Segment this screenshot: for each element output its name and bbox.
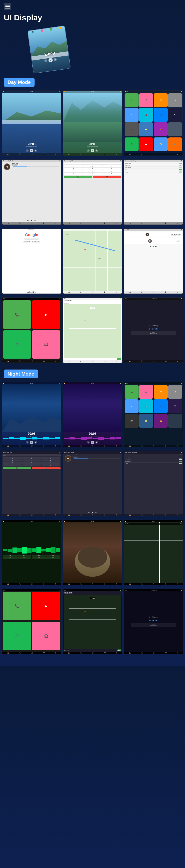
google-lucky-btn[interactable]: I'm Feeling Lucky bbox=[31, 241, 41, 243]
cp-spotify-icon[interactable]: 🎵 bbox=[3, 330, 31, 359]
night-phone-icon[interactable]: 📞 bbox=[125, 385, 138, 399]
social-track-2[interactable]: 华发_烟火.mp3 bbox=[125, 238, 182, 244]
night-call-btn[interactable]: 📞 bbox=[3, 467, 31, 469]
night-bt-settings-screen[interactable]: Bluetooth_Settings ✕ Device name CarBT D… bbox=[124, 451, 183, 517]
play-btn-2[interactable]: ⏸ bbox=[91, 149, 94, 152]
maps-app-icon[interactable]: 🗺 bbox=[154, 93, 168, 107]
night-telegram-icon[interactable]: ✈ bbox=[125, 399, 138, 413]
night-music-seekbar[interactable] bbox=[74, 458, 120, 459]
cp-prev[interactable]: ⏮ bbox=[149, 328, 151, 330]
bt-app-icon[interactable]: 🔵 bbox=[154, 108, 168, 122]
social-track-1[interactable]: 华晨宇_烟火里的尘埃.mp4 某某某_Dragon Road.mp4 bbox=[125, 231, 182, 238]
music-play[interactable]: ▶ bbox=[31, 219, 32, 221]
night-flower-toggle[interactable] bbox=[179, 463, 182, 464]
auto-connect-row[interactable]: Auto connect bbox=[124, 169, 183, 171]
wave-btn-1[interactable]: EQ bbox=[3, 555, 17, 557]
next-btn-2[interactable]: ⏭ bbox=[95, 149, 98, 152]
night-food-screen[interactable]: 📶09:53🔋 📻 📞 🎵 📱 ⚙ bbox=[63, 520, 122, 585]
social-seekbar[interactable] bbox=[126, 245, 181, 245]
google-search-btn[interactable]: Google Search bbox=[23, 241, 31, 243]
night-cp-music-icon[interactable]: 🎧 bbox=[32, 622, 60, 650]
social-play[interactable]: ▶ bbox=[153, 246, 154, 248]
night-cp-prev[interactable]: ⏮ bbox=[149, 619, 151, 622]
night-wave-buttons-2[interactable]: FAD BAL SUB DSP bbox=[3, 557, 60, 559]
camera-app-icon[interactable]: 📷 bbox=[125, 122, 138, 136]
wave-btn-5[interactable]: FAD bbox=[3, 557, 17, 559]
night-audio-screen-1[interactable]: 📶20:08🔋 20:08 A soothing piece of music bbox=[2, 382, 61, 447]
night-dial-4[interactable]: 4 bbox=[3, 460, 22, 462]
cp-music-controls[interactable]: ⏮ ▶ ⏭ bbox=[149, 328, 158, 330]
day-social-music-screen[interactable]: SocialMusic ✕ 华晨宇_烟火里的尘埃.mp4 某某某_Dragon … bbox=[124, 228, 183, 294]
night-play-1[interactable]: ⏸ bbox=[30, 441, 33, 444]
night-cp-play[interactable]: ▶ bbox=[153, 619, 154, 622]
night-carplay-music[interactable]: 08:015.0 km 3.0 min🔋 Not Playing ⏮ ▶ ⏭ S… bbox=[124, 589, 183, 654]
night-dial-7[interactable]: 7 bbox=[3, 462, 22, 464]
dial-2[interactable]: 2 bbox=[83, 165, 102, 167]
day-bt-call-screen[interactable]: Bluetooth_Call ✕ ____ 1 2 3 4 5 6 7 8 9 bbox=[63, 159, 122, 225]
night-auto-answer-row[interactable]: Auto answer bbox=[124, 458, 183, 460]
night-music-next[interactable]: ⏭ bbox=[95, 511, 97, 513]
night-dial-2[interactable]: 2 bbox=[22, 457, 41, 459]
bt2-app-icon[interactable]: BT bbox=[168, 108, 182, 122]
night-dial-6[interactable]: 6 bbox=[41, 460, 60, 462]
wave-btn-2[interactable]: VOL bbox=[17, 555, 31, 557]
night-auto-connect-row[interactable]: Auto connect bbox=[124, 460, 183, 463]
dial-hash[interactable]: # bbox=[102, 173, 121, 175]
night-files-icon[interactable]: 📁 bbox=[139, 414, 153, 428]
wave-btn-7[interactable]: SUB bbox=[32, 557, 46, 559]
night-settings-icon[interactable]: ⚙ bbox=[168, 385, 182, 399]
night-cp-spotify-icon[interactable]: 🎵 bbox=[3, 622, 31, 650]
night-more-icon[interactable]: ⋯ bbox=[168, 414, 182, 428]
night-dialpad[interactable]: 1 2 3 4 5 6 7 8 9 * 0 # bbox=[3, 457, 60, 467]
files-app-icon[interactable]: 📁 bbox=[139, 122, 153, 136]
night-play-2[interactable]: ⏸ bbox=[91, 441, 94, 444]
navi-app-icon[interactable]: 🧭 bbox=[154, 137, 168, 151]
settings-app-icon[interactable]: ⚙ bbox=[168, 93, 182, 107]
wave-btn-8[interactable]: DSP bbox=[46, 557, 60, 559]
waze-app-icon[interactable]: 🚗 bbox=[139, 108, 153, 122]
dial-star[interactable]: * bbox=[64, 173, 83, 175]
phone-app-icon[interactable]: 📞 bbox=[125, 93, 138, 107]
dial-8[interactable]: 8 bbox=[83, 170, 102, 172]
night-dial-3[interactable]: 3 bbox=[41, 457, 60, 459]
night-cp-next[interactable]: ⏭ bbox=[155, 619, 158, 622]
night-camera-icon[interactable]: 📷 bbox=[125, 414, 138, 428]
telegram-app-icon[interactable]: ✈ bbox=[125, 108, 138, 122]
dialpad[interactable]: 1 2 3 4 5 6 7 8 9 * 0 # bbox=[63, 165, 122, 175]
day-audio-screen-2[interactable]: 📶20:08🔋 20:08 A soothing piece of music … bbox=[63, 91, 122, 156]
night-wave-buttons[interactable]: EQ VOL BASS TRB bbox=[3, 555, 60, 557]
cp-go-btn[interactable]: GO bbox=[117, 358, 121, 360]
night-maps-icon[interactable]: 🗺 bbox=[154, 385, 168, 399]
night-nav-screen[interactable]: 📶08:01🔋 ↑ ↑ Continue200m bbox=[124, 520, 183, 585]
night-flower-row[interactable]: Flower bbox=[124, 463, 183, 465]
night-carplay-phone[interactable]: 18:54🔋 📞 ▶ 🎵 🎧 🏠 📞 🎵 🗺 ⚙ bbox=[2, 589, 61, 654]
night-dial-5[interactable]: 5 bbox=[22, 460, 41, 462]
cp-phone-icon[interactable]: 📞 bbox=[3, 300, 31, 329]
cp-youtube-icon[interactable]: ▶ bbox=[32, 300, 60, 329]
night-dial-9[interactable]: 9 bbox=[41, 462, 60, 464]
spotify-app-icon[interactable]: 🎧 bbox=[125, 137, 138, 151]
extra-app-icon[interactable]: 🌐 bbox=[168, 137, 182, 151]
night-next-1[interactable]: ⏭ bbox=[34, 441, 37, 444]
day-apps-screen[interactable]: 📶 17:46🔋 📞 🎵 🗺 ⚙ ✈ 🚗 🔵 BT 📷 📁 bbox=[124, 91, 183, 156]
night-prev-2[interactable]: ⏮ bbox=[87, 441, 90, 444]
night-dial-hash[interactable]: # bbox=[41, 464, 60, 466]
music-prev[interactable]: ⏮ bbox=[27, 219, 29, 221]
night-prev-1[interactable]: ⏮ bbox=[26, 441, 29, 444]
dial-5[interactable]: 5 bbox=[83, 168, 102, 170]
music-controls[interactable]: ⏮ ▶ ⏭ bbox=[2, 219, 61, 222]
wave-btn-6[interactable]: BAL bbox=[17, 557, 31, 559]
music-app-icon[interactable]: 🎵 bbox=[139, 93, 153, 107]
night-dial-star[interactable]: * bbox=[3, 464, 22, 466]
night-carplay-navi[interactable]: 18:53🔋 Sunny Coffee Modern Restaurant 📍 … bbox=[63, 589, 122, 654]
dial-9[interactable]: 9 bbox=[102, 170, 121, 172]
night-apps-screen[interactable]: 📶 17:46🔋 📞 🎵 🗺 ⚙ ✈ 🚗 🔵 BT 📷 📁 bbox=[124, 382, 183, 447]
day-bt-music-screen[interactable]: Bluetooth_Music ✕ Music Title Music Albu… bbox=[2, 159, 61, 225]
social-next[interactable]: ⏭ bbox=[155, 246, 157, 248]
night-music-controls[interactable]: ⏮ ▶ ⏭ bbox=[63, 510, 122, 514]
night-cp-youtube-icon[interactable]: ▶ bbox=[32, 592, 60, 620]
day-audio-2-controls[interactable]: ⏮ ⏸ ⏭ bbox=[63, 148, 122, 153]
night-cp-phone-icon[interactable]: 📞 bbox=[3, 592, 31, 620]
day-audio-screen-1[interactable]: 📶20:08🔋 20:08 A soothing piece of music … bbox=[2, 91, 61, 156]
night-dial-1[interactable]: 1 bbox=[3, 457, 22, 459]
